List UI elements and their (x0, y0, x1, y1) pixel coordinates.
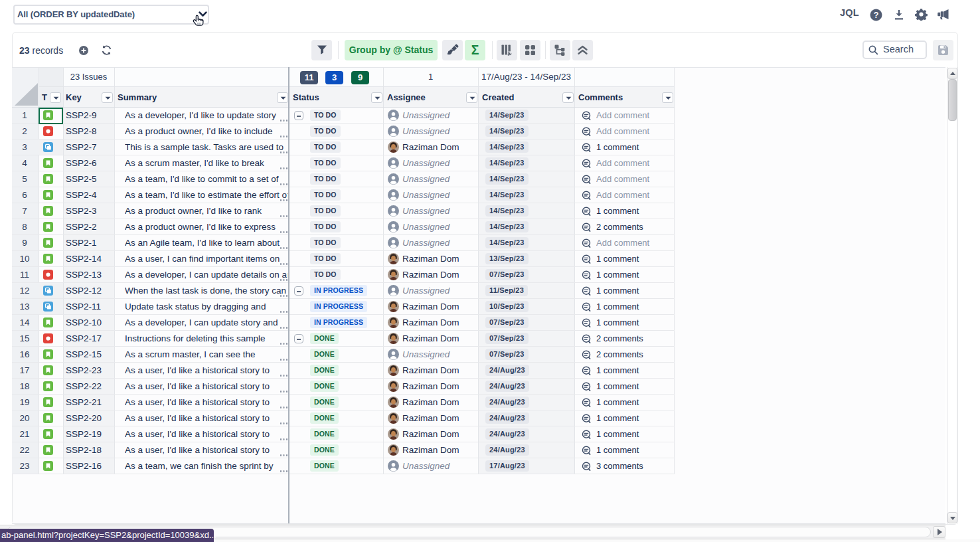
svg-text:?: ? (874, 11, 879, 20)
